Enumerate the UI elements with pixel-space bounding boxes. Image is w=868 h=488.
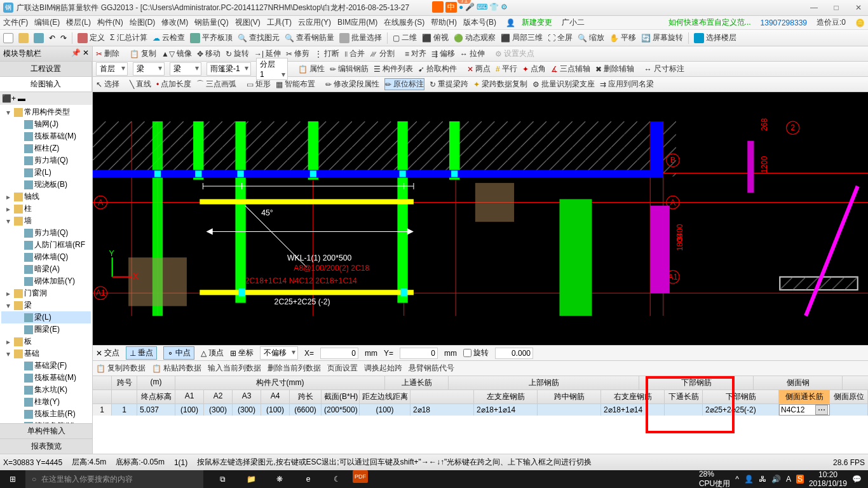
menu-floor[interactable]: 楼层(L) bbox=[66, 17, 91, 28]
menu-cloud[interactable]: 云应用(Y) bbox=[298, 17, 331, 28]
snap-coord[interactable]: ⊞坐标 bbox=[230, 348, 254, 358]
select-button[interactable]: ↖选择 bbox=[96, 79, 119, 90]
app-moon-icon[interactable]: ☾ bbox=[324, 470, 349, 488]
subtype-dropdown[interactable]: 雨篷梁-1 bbox=[207, 62, 251, 76]
nav-tab-draw[interactable]: 绘图输入 bbox=[0, 77, 92, 92]
respan-button[interactable]: ↻重提梁跨 bbox=[430, 79, 468, 90]
tree-tool-icon2[interactable]: ▬ bbox=[18, 94, 25, 103]
tray-people-icon[interactable]: 👤 bbox=[744, 475, 754, 484]
copy-span-data-button[interactable]: 📋复制跨数据 bbox=[96, 363, 146, 374]
type1-dropdown[interactable]: 梁 bbox=[133, 62, 165, 76]
tree-item[interactable]: ▾常用构件类型 bbox=[1, 106, 91, 118]
move-button[interactable]: ✥移动 bbox=[197, 48, 220, 59]
adjust-start-button[interactable]: 调换起始跨 bbox=[364, 363, 402, 374]
app-folder-icon[interactable]: 📁 bbox=[238, 470, 264, 488]
tree-item[interactable]: ▸柱 bbox=[1, 203, 91, 215]
nav-pin-icon[interactable]: 📌 ✕ bbox=[71, 48, 89, 59]
ime-mode[interactable]: 中 bbox=[445, 2, 457, 13]
floor-dropdown[interactable]: 首层 bbox=[96, 62, 128, 76]
three-axis-button[interactable]: ∡三点辅轴 bbox=[551, 64, 590, 74]
delete-button[interactable]: ✂删除 bbox=[96, 48, 119, 59]
offset-dropdown[interactable]: 不偏移 bbox=[260, 346, 298, 360]
nav-footer-report[interactable]: 报表预览 bbox=[0, 438, 92, 454]
maximize-button[interactable]: □ bbox=[830, 3, 843, 12]
break-button[interactable]: ⋮打断 bbox=[315, 48, 339, 59]
tree-item[interactable]: ▾梁 bbox=[1, 299, 91, 311]
delete-axis-button[interactable]: ✖删除辅轴 bbox=[595, 64, 634, 74]
property-button[interactable]: 📋属性 bbox=[298, 64, 325, 74]
offset-button[interactable]: ⇶偏移 bbox=[431, 48, 455, 59]
menu-online[interactable]: 在线服务(S) bbox=[384, 17, 424, 28]
sum-calc-button[interactable]: Σ 汇总计算 bbox=[110, 32, 147, 43]
mirror-button[interactable]: ▲▽镜像 bbox=[161, 48, 192, 59]
start-button[interactable]: ⊞ bbox=[0, 470, 25, 488]
tree-item[interactable]: 圈梁(E) bbox=[1, 323, 91, 336]
tree-item[interactable]: 筏板基础(M) bbox=[1, 130, 91, 142]
undo-icon[interactable]: ↶ bbox=[49, 34, 55, 43]
paste-span-data-button[interactable]: 📋粘贴跨数据 bbox=[152, 363, 201, 374]
redo-icon[interactable]: ↷ bbox=[60, 34, 67, 43]
view-2d-button[interactable]: ▢二维 bbox=[393, 32, 417, 43]
menu-rebar[interactable]: 钢筋量(Q) bbox=[194, 17, 228, 28]
pick-component-button[interactable]: ➹拾取构件 bbox=[418, 64, 457, 74]
tree-item[interactable]: 基础梁(F) bbox=[1, 360, 91, 372]
menu-tools[interactable]: 工具(T) bbox=[267, 17, 292, 28]
tree-item[interactable]: 砌体墙(Q) bbox=[1, 251, 91, 263]
dimension-button[interactable]: ↔尺寸标注 bbox=[644, 64, 684, 74]
align-button[interactable]: ≡对齐 bbox=[405, 48, 426, 59]
menu-edit[interactable]: 编辑(E) bbox=[34, 17, 60, 28]
tree-item[interactable]: ▸轴线 bbox=[1, 191, 91, 203]
snap-perp[interactable]: ⊥垂点 bbox=[126, 346, 157, 360]
app-pdf-icon[interactable]: PDF bbox=[353, 470, 368, 483]
quick-link[interactable]: 如何快速布置自定义范... bbox=[668, 17, 751, 28]
menu-help[interactable]: 帮助(H) bbox=[431, 17, 457, 28]
tree-item[interactable]: 轴网(J) bbox=[1, 118, 91, 130]
page-setup-button[interactable]: 页面设置 bbox=[327, 363, 358, 374]
tree-item[interactable]: 柱墩(Y) bbox=[1, 396, 91, 408]
menu-view[interactable]: 视图(V) bbox=[235, 17, 261, 28]
taskbar-search[interactable]: ○在这里输入你要搜索的内容 bbox=[25, 470, 203, 488]
x-input[interactable] bbox=[320, 348, 358, 359]
minimize-button[interactable]: — bbox=[808, 3, 820, 12]
flat-top-button[interactable]: 平齐板顶 bbox=[190, 32, 233, 43]
tree-item[interactable]: 现浇板(B) bbox=[1, 179, 91, 191]
tree-item[interactable]: 筏板主筋(R) bbox=[1, 408, 91, 420]
cantilever-button[interactable]: 悬臂钢筋代号 bbox=[409, 363, 454, 374]
new-icon[interactable] bbox=[3, 33, 13, 43]
tray-clock[interactable]: 10:202018/10/19 bbox=[809, 470, 847, 488]
tree-item[interactable]: ▾基础 bbox=[1, 348, 91, 360]
split-button[interactable]: ⫻分割 bbox=[370, 48, 395, 59]
close-button[interactable]: ✕ bbox=[852, 3, 865, 12]
arc-button[interactable]: ⌒三点画弧 bbox=[196, 79, 236, 90]
rotate-button[interactable]: ↻旋转 bbox=[226, 48, 249, 59]
parallel-button[interactable]: #平行 bbox=[496, 64, 517, 74]
rect-button[interactable]: ▭矩形 bbox=[247, 79, 271, 90]
open-icon[interactable] bbox=[18, 33, 29, 43]
line-button[interactable]: ╲直线 bbox=[130, 79, 151, 90]
angle-button[interactable]: ✦点角 bbox=[522, 64, 546, 74]
table-row[interactable]: 1 1 5.037 (100) (300) (300) (100) (6600)… bbox=[93, 404, 868, 416]
coin-icon[interactable]: 🪙 bbox=[855, 18, 865, 27]
pan-button[interactable]: ✋平移 bbox=[609, 32, 636, 43]
tree-item[interactable]: 人防门框墙(RF bbox=[1, 239, 91, 251]
nav-footer-single[interactable]: 单构件输入 bbox=[0, 423, 92, 438]
tree-item[interactable]: 暗梁(A) bbox=[1, 263, 91, 275]
type2-dropdown[interactable]: 梁 bbox=[170, 62, 201, 76]
tray-cpu[interactable]: 28%CPU使用 bbox=[699, 470, 730, 489]
input-current-button[interactable]: 输入当前列数据 bbox=[208, 363, 261, 374]
side-thru-edit-cell[interactable]: N4C12⋯ bbox=[779, 404, 830, 416]
menu-draw[interactable]: 绘图(D) bbox=[130, 17, 156, 28]
menu-file[interactable]: 文件(F) bbox=[3, 17, 28, 28]
view-rebar-button[interactable]: 🔍查看钢筋量 bbox=[285, 32, 334, 43]
merge-button[interactable]: ⫴合并 bbox=[344, 48, 365, 59]
drawing-canvas[interactable]: A A1 B A A1 2 45° WKL-1(1) 200*500 A8@10… bbox=[93, 92, 868, 345]
smart-place-button[interactable]: ▦智能布置 bbox=[276, 79, 315, 90]
delete-current-button[interactable]: 删除当前列数据 bbox=[268, 363, 321, 374]
new-change-link[interactable]: 新建变更 bbox=[522, 17, 552, 28]
tree-item[interactable]: 砌体加筋(Y) bbox=[1, 275, 91, 287]
rotate-checkbox[interactable] bbox=[463, 349, 471, 357]
define-button[interactable]: 定义 bbox=[78, 32, 105, 43]
tray-notifications-icon[interactable]: 💬 bbox=[852, 475, 862, 484]
app-fan-icon[interactable]: ❋ bbox=[267, 470, 292, 488]
ime-sogou-icon[interactable] bbox=[432, 1, 444, 13]
